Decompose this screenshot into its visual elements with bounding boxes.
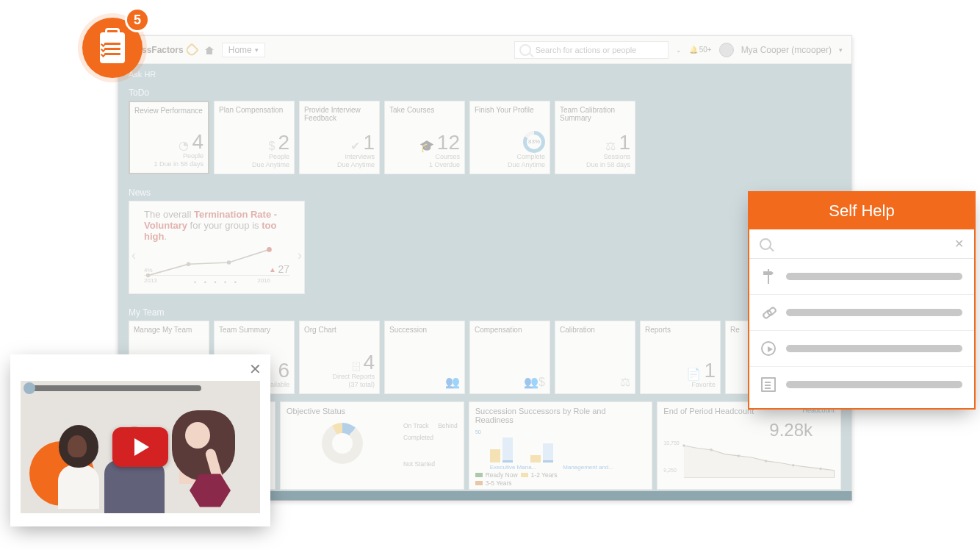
news-x0: 2013 [144,277,157,284]
tile-org-chart[interactable]: Org Chart ⌹4 Direct Reports (37 total) [299,321,380,394]
news-next-icon[interactable]: › [298,248,302,263]
video-progress-bar [25,385,201,391]
svg-point-6 [738,454,740,457]
user-name[interactable]: Mya Cooper (mcooper) [741,45,832,55]
money-people-icon: 👥$ [524,375,545,389]
svg-point-1 [187,262,191,266]
scales-icon: ⚖ [620,375,630,389]
donut-chart [322,423,363,464]
news-card[interactable]: ‹ › The overall Termination Rate - Volun… [129,201,305,294]
news-text: The overall Termination Rate - Voluntary… [144,209,277,242]
placeholder-text [786,345,962,352]
news-y0: 4% [144,267,153,274]
askhr-link[interactable]: Ask HR [118,64,851,82]
tile-title: Take Courses [389,106,460,114]
search-expand-icon[interactable]: ⌄ [676,46,682,54]
tile-title: Finish Your Profile [475,106,545,114]
self-help-item-guide[interactable] [749,259,974,295]
tile-take-courses[interactable]: Take Courses 🎓12 Courses 1 Overdue [384,101,465,174]
video-thumbnail[interactable] [21,381,260,513]
org-icon: ⌹ [353,360,360,373]
home-dropdown[interactable]: Home ▾ [222,43,265,57]
svg-point-2 [227,260,231,265]
report-icon: 📄 [686,367,701,381]
up-triangle-icon: ▲ [269,265,276,274]
tile-calibration[interactable]: Calibration ⚖ [555,321,635,394]
news-x1: 2016 [257,277,270,284]
svg-point-8 [792,464,794,466]
tile-num: 4 [192,132,203,152]
tile-team-calibration[interactable]: Team Calibration Summary ⚖1 Sessions Due… [555,101,635,174]
placeholder-text [786,309,962,316]
self-help-search[interactable]: ✕ [749,229,974,259]
placeholder-text [786,273,962,280]
svg-point-9 [820,468,822,470]
tile-title: Review Performance [134,107,203,115]
headcount-value: 9.28k [663,420,813,440]
money-icon: $ [269,140,275,153]
tile-finish-profile[interactable]: Finish Your Profile 83% Complete Due Any… [469,101,550,174]
home-icon[interactable] [204,45,215,55]
notifications[interactable]: 🔔 50+ [689,46,712,54]
close-icon[interactable]: ✕ [249,360,262,378]
brand-heart-icon [184,43,199,57]
self-help-item-doc[interactable] [749,367,974,408]
progress-ring-icon: 83% [523,131,545,153]
myteam-header: My Team [118,301,851,321]
graduation-icon: 🎓 [419,139,434,153]
scales-icon: ⚖ [605,139,616,153]
self-help-title: Self Help [749,193,974,229]
play-circle-icon [761,341,776,356]
notif-count: 50+ [699,46,712,54]
area-chart: 10,750 9,250 [663,440,835,473]
tile-reports[interactable]: Reports 📄1 Favorite [640,321,721,394]
tile-title: Plan Compensation [219,106,289,114]
svg-point-7 [765,460,767,462]
widget-succession[interactable]: Succession Successors by Role and Readin… [469,401,653,490]
play-button[interactable] [112,427,168,467]
chevron-down-icon: ▾ [255,46,259,54]
video-modal: ✕ [10,354,270,526]
widget-objective-status[interactable]: Objective Status On Track Behind Complet… [280,401,464,490]
tile-compensation[interactable]: Compensation 👥$ [469,321,550,394]
placeholder-text [786,381,962,388]
search-placeholder: Search for actions or people [536,46,637,54]
illustration-person-1 [50,425,107,513]
news-header: News [118,182,851,201]
badge-count: 5 [125,7,150,32]
bell-icon: 🔔 [689,46,698,54]
tile-title: Team Calibration Summary [560,106,630,122]
svg-point-3 [267,247,272,252]
tile-plan-compensation[interactable]: Plan Compensation $2 People Due Anytime [214,101,295,174]
self-help-item-link[interactable] [749,295,974,331]
gauge-icon: ◔ [179,138,189,152]
tasks-badge[interactable]: 5 [79,7,150,78]
search-icon [760,238,771,250]
widget-headcount[interactable]: End of Period Headcount Headcount 9.28k … [657,401,841,490]
user-chevron-icon[interactable]: ▾ [839,46,843,54]
topbar: ccessFactors Home ▾ Search for actions o… [118,36,851,64]
news-prev-icon[interactable]: ‹ [131,248,136,263]
tile-sub: People [134,152,203,160]
person-check-icon: ✔ [350,139,360,153]
tile-interview-feedback[interactable]: Provide Interview Feedback ✔1 Interviews… [299,101,380,174]
bar-chart [490,432,553,463]
search-input[interactable]: Search for actions or people [514,41,669,59]
search-icon [519,44,531,56]
tile-succession[interactable]: Succession 👥 [384,321,465,394]
signpost-icon [761,269,776,284]
svg-point-4 [683,444,685,446]
news-chart: 4% 2013 2016 ▲ 27 [144,246,289,276]
todo-row: Review Performance ◔4 People 1 Due in 58… [118,101,851,182]
avatar[interactable] [719,43,734,57]
todo-header: ToDo [118,82,851,101]
document-icon [761,377,776,392]
self-help-item-video[interactable] [749,331,974,367]
self-help-panel: Self Help ✕ [748,191,976,410]
home-label: Home [228,45,252,55]
clear-search-icon[interactable]: ✕ [954,237,964,251]
people-icon: 👥 [445,375,460,389]
tile-review-performance[interactable]: Review Performance ◔4 People 1 Due in 58… [129,101,209,174]
news-value: 27 [278,263,289,275]
svg-point-5 [710,449,713,451]
